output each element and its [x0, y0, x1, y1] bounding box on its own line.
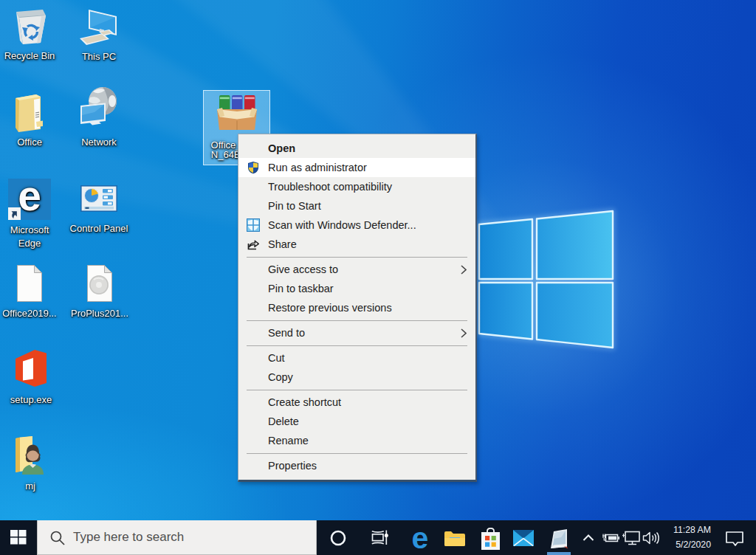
- svg-text:e: e: [18, 179, 41, 219]
